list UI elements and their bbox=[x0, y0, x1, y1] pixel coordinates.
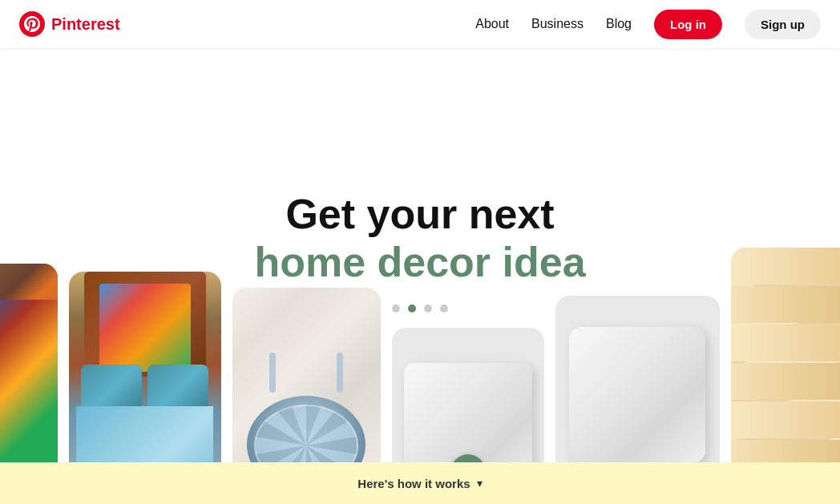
stair-step-2 bbox=[731, 286, 841, 323]
wall-art bbox=[99, 284, 191, 372]
stair-step-5 bbox=[731, 401, 841, 438]
login-button[interactable]: Log in bbox=[654, 10, 722, 39]
hero-title-line2: home decor idea bbox=[254, 237, 585, 287]
hero-title-line1: Get your next bbox=[254, 192, 585, 237]
hero-section: Get your next home decor idea bbox=[0, 48, 840, 504]
carousel-dots bbox=[254, 304, 585, 312]
banner-chevron-icon: ▾ bbox=[477, 477, 483, 490]
stair-step-3 bbox=[731, 325, 841, 361]
nav-business[interactable]: Business bbox=[531, 17, 584, 31]
pinterest-logo-icon bbox=[19, 11, 45, 37]
hero-text: Get your next home decor idea bbox=[254, 192, 585, 313]
header: Pinterest About Business Blog Log in Sig… bbox=[0, 0, 840, 48]
brand-name: Pinterest bbox=[51, 15, 120, 34]
dot-2[interactable] bbox=[408, 304, 416, 312]
signup-button[interactable]: Sign up bbox=[745, 10, 821, 39]
how-it-works-text: Here's how it works bbox=[357, 477, 470, 490]
nav: About Business Blog Log in Sign up bbox=[475, 10, 821, 39]
bowl-object bbox=[569, 327, 705, 463]
stair-step-1 bbox=[731, 248, 841, 284]
dot-4[interactable] bbox=[440, 304, 448, 312]
how-it-works-banner[interactable]: Here's how it works ▾ bbox=[0, 462, 840, 504]
faucet-left bbox=[269, 353, 276, 393]
dot-1[interactable] bbox=[392, 304, 400, 312]
dot-3[interactable] bbox=[424, 304, 432, 312]
svg-point-0 bbox=[19, 11, 45, 37]
stair-step-4 bbox=[731, 363, 841, 400]
nav-about[interactable]: About bbox=[475, 17, 509, 31]
faucet-right bbox=[337, 353, 343, 393]
nav-blog[interactable]: Blog bbox=[606, 17, 632, 31]
logo[interactable]: Pinterest bbox=[19, 11, 120, 37]
